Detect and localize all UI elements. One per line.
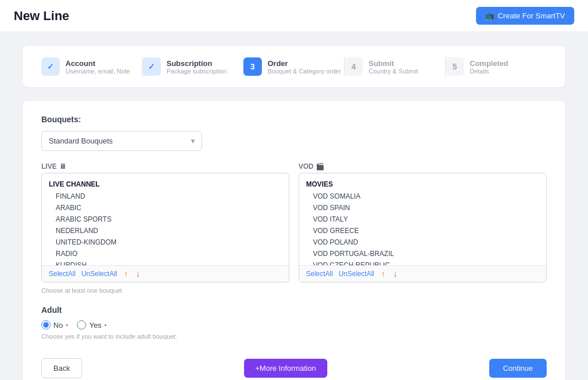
vod-arrow-up-button[interactable]: ↑ <box>380 269 386 278</box>
list-item[interactable]: KURDISH <box>42 259 289 265</box>
checkmark-icon-2: ✓ <box>148 62 155 71</box>
step-completed: 5 Completed Details <box>446 57 547 76</box>
live-list-scroll[interactable]: LIVE CHANNEL FINLAND ARABIC ARABIC SPORT… <box>42 173 289 265</box>
list-item[interactable]: NEDERLAND <box>42 225 289 236</box>
live-panel: LIVE 🖥 LIVE CHANNEL FINLAND ARABIC ARABI… <box>41 162 289 282</box>
vod-select-all-button[interactable]: SelectAll <box>306 270 333 278</box>
list-item[interactable]: VOD CZECH REPUBLIC <box>299 259 546 265</box>
list-item[interactable]: ARABIC <box>42 202 289 214</box>
form-area: Bouquets: Standard Bouquets Premium Bouq… <box>23 101 565 380</box>
top-bar: New Line 📺 Create For SmartTV <box>0 0 588 32</box>
step-order-name: Order <box>268 59 341 68</box>
monitor-icon: 🖥 <box>59 162 66 170</box>
live-list-box: LIVE CHANNEL FINLAND ARABIC ARABIC SPORT… <box>41 173 289 282</box>
list-item[interactable]: VOD ITALY <box>299 214 546 225</box>
create-smarttv-button[interactable]: 📺 Create For SmartTV <box>476 7 574 25</box>
vod-list-footer: SelectAll UnSelectAll ↑ ↓ <box>299 265 546 282</box>
step-account: ✓ Account Username, email, Note <box>41 57 142 76</box>
adult-no-asterisk: • <box>66 321 68 328</box>
step-submit: 4 Submit Country & Submit <box>345 57 446 76</box>
bouquets-dropdown[interactable]: Standard Bouquets Premium Bouquets Basic… <box>41 131 202 151</box>
main-content: ✓ Account Username, email, Note ✓ Subscr… <box>0 32 588 380</box>
adult-no-label: No <box>53 321 63 329</box>
list-item[interactable]: VOD SOMALIA <box>299 191 546 202</box>
back-button[interactable]: Back <box>41 358 82 378</box>
bouquet-hint: Choose at least one bouquet <box>41 287 547 294</box>
step-completed-icon: 5 <box>446 57 464 76</box>
step-subscription-icon: ✓ <box>142 57 161 76</box>
adult-yes-option[interactable]: Yes • <box>77 320 106 329</box>
step-account-sub: Username, email, Note <box>65 68 130 75</box>
list-item[interactable]: ARABIC SPORTS <box>42 214 289 225</box>
step-order-icon: 3 <box>243 57 262 76</box>
live-arrow-up-button[interactable]: ↑ <box>123 269 129 278</box>
step-submit-name: Submit <box>369 59 418 68</box>
adult-label: Adult <box>41 305 547 315</box>
lists-row: LIVE 🖥 LIVE CHANNEL FINLAND ARABIC ARABI… <box>41 162 547 282</box>
vod-list-scroll[interactable]: MOVIES VOD SOMALIA VOD SPAIN VOD ITALY V… <box>299 173 546 265</box>
vod-panel: VOD 🎬 MOVIES VOD SOMALIA VOD SPAIN VOD I… <box>299 162 547 282</box>
adult-no-option[interactable]: No • <box>41 320 68 329</box>
adult-yes-label: Yes <box>89 321 101 329</box>
adult-yes-asterisk: • <box>105 321 107 328</box>
list-item[interactable]: UNITED-KINGDOM <box>42 236 289 248</box>
vod-label: VOD <box>299 162 314 170</box>
live-select-all-button[interactable]: SelectAll <box>49 270 76 278</box>
adult-yes-radio[interactable] <box>77 320 86 329</box>
list-item[interactable]: FINLAND <box>42 191 289 202</box>
vod-group-header: MOVIES <box>299 178 546 191</box>
step-account-icon: ✓ <box>41 57 60 76</box>
step-completed-name: Completed <box>470 59 508 68</box>
step-subscription-name: Subscription <box>167 59 227 68</box>
list-item[interactable]: RADIO <box>42 248 289 259</box>
checkmark-icon: ✓ <box>47 62 54 71</box>
bouquets-label: Bouquets: <box>41 115 547 124</box>
list-item[interactable]: VOD SPAIN <box>299 202 546 214</box>
page-title: New Line <box>14 9 69 24</box>
live-group-header: LIVE CHANNEL <box>42 178 289 191</box>
stepper: ✓ Account Username, email, Note ✓ Subscr… <box>23 46 565 87</box>
film-icon: 🎬 <box>316 162 324 170</box>
adult-radio-group: No • Yes • <box>41 320 547 329</box>
step-order-sub: Bouquet & Category order <box>268 68 341 75</box>
tv-icon: 📺 <box>485 11 494 20</box>
vod-arrow-down-button[interactable]: ↓ <box>392 269 399 278</box>
live-arrow-down-button[interactable]: ↓ <box>135 269 141 278</box>
step-submit-icon: 4 <box>345 57 363 76</box>
step-order: 3 Order Bouquet & Category order <box>243 57 345 76</box>
step-account-name: Account <box>65 59 130 68</box>
step-subscription-sub: Package subscription <box>167 68 227 75</box>
live-list-footer: SelectAll UnSelectAll ↑ ↓ <box>42 265 289 282</box>
live-header: LIVE 🖥 <box>41 162 289 170</box>
step-submit-sub: Country & Submit <box>369 68 418 75</box>
adult-no-radio[interactable] <box>41 320 51 329</box>
live-label: LIVE <box>41 162 57 170</box>
vod-list-box: MOVIES VOD SOMALIA VOD SPAIN VOD ITALY V… <box>299 173 547 282</box>
adult-hint: Choose yes if you want to include adult … <box>41 333 547 340</box>
step-completed-sub: Details <box>470 68 508 75</box>
step-subscription: ✓ Subscription Package subscription <box>142 57 243 76</box>
bouquets-dropdown-wrap: Standard Bouquets Premium Bouquets Basic… <box>41 131 202 151</box>
list-item[interactable]: VOD PORTUGAL-BRAZIL <box>299 248 546 259</box>
bottom-bar: Back +More Information Continue <box>41 358 547 378</box>
list-item[interactable]: VOD POLAND <box>299 236 546 248</box>
more-information-button[interactable]: +More Information <box>244 359 328 378</box>
vod-header: VOD 🎬 <box>299 162 547 170</box>
live-unselect-all-button[interactable]: UnSelectAll <box>82 270 117 278</box>
list-item[interactable]: VOD GREECE <box>299 225 546 236</box>
adult-section: Adult No • Yes • Choose yes if you want … <box>41 305 547 340</box>
continue-button[interactable]: Continue <box>489 359 547 378</box>
vod-unselect-all-button[interactable]: UnSelectAll <box>339 270 374 278</box>
